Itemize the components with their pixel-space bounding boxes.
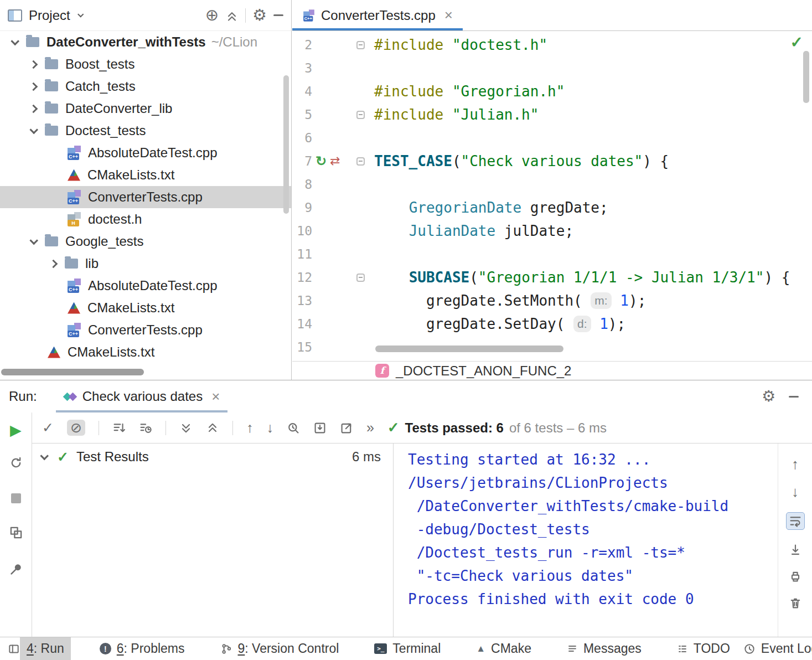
restore-layout-button[interactable] <box>9 525 23 540</box>
chevron-down-icon[interactable] <box>40 451 49 460</box>
close-icon[interactable]: × <box>444 7 453 24</box>
fold-marker-icon[interactable] <box>356 41 365 49</box>
code-line[interactable]: 4 #include "Gregorian.h" <box>292 80 812 103</box>
scroll-to-end-button[interactable] <box>789 543 802 556</box>
code-line[interactable]: 11 <box>292 243 812 266</box>
run-test-gutter-icon[interactable]: ↻ <box>316 153 327 169</box>
rerun-arrows-icon[interactable]: ⇄ <box>330 154 340 168</box>
rerun-button[interactable]: ▶ <box>10 421 22 439</box>
tree-item-root[interactable]: DateConverter_withTests ~/CLion <box>0 31 291 53</box>
inspections-ok-icon[interactable]: ✓ <box>790 33 803 51</box>
code-line[interactable]: 5 #include "Julian.h" <box>292 103 812 126</box>
settings-gear-button[interactable]: ⚙ <box>762 389 775 404</box>
code-line[interactable]: 8 <box>292 173 812 196</box>
chevron-down-icon[interactable] <box>29 236 38 245</box>
clear-all-button[interactable] <box>789 596 802 610</box>
pin-tab-icon[interactable] <box>9 562 23 576</box>
tree-item-absolutedatetest-cpp[interactable]: C++ AbsoluteDateTest.cpp <box>0 142 291 164</box>
export-test-results-button[interactable] <box>340 421 353 435</box>
expand-all-button[interactable] <box>179 421 193 435</box>
code-line[interactable]: 6 <box>292 126 812 149</box>
project-horizontal-scrollbar[interactable] <box>1 369 144 375</box>
show-ignored-button[interactable]: ⊘ <box>67 420 85 436</box>
run-config-tab[interactable]: Check various dates × <box>56 380 228 412</box>
tree-item-dateconverter-lib[interactable]: DateConverter_lib <box>0 97 291 120</box>
statusbar-messages-tab[interactable]: Messages <box>560 637 648 660</box>
fold-marker-icon[interactable] <box>356 111 365 119</box>
test-results-root-row[interactable]: ✓ Test Results 6 ms <box>32 444 393 470</box>
code-line[interactable]: 10 JulianDate julDate; <box>292 219 812 243</box>
line-number: 3 <box>292 56 312 80</box>
tree-item-google-tests[interactable]: Google_tests <box>0 230 291 252</box>
tree-item-boost-tests[interactable]: Boost_tests <box>0 53 291 75</box>
tree-item-google-cmakelists[interactable]: CMakeLists.txt <box>0 297 291 319</box>
chevron-down-icon[interactable] <box>11 37 19 45</box>
tree-item-catch-tests[interactable]: Catch_tests <box>0 75 291 97</box>
stop-button[interactable] <box>11 493 21 503</box>
editor-vertical-scrollbar[interactable] <box>803 51 809 103</box>
collapse-all-button[interactable] <box>225 9 239 22</box>
project-path-hint: ~/CLion <box>211 34 257 50</box>
statusbar-todo-tab[interactable]: TODO <box>670 637 737 660</box>
chevron-right-icon[interactable] <box>29 82 38 91</box>
project-vertical-scrollbar[interactable] <box>283 75 289 214</box>
tree-item-cmakelists[interactable]: CMakeLists.txt <box>0 164 291 186</box>
chevron-right-icon[interactable] <box>29 104 38 113</box>
close-icon[interactable]: × <box>211 388 220 405</box>
soft-wrap-button[interactable] <box>786 512 805 530</box>
settings-gear-button[interactable]: ⚙ <box>252 7 267 23</box>
hide-panel-button[interactable] <box>789 396 799 398</box>
previous-occurrence-button[interactable]: ↑ <box>246 421 254 435</box>
sort-alphabetically-button[interactable] <box>112 421 126 435</box>
statusbar-run-tab[interactable]: 4: Run <box>20 637 71 660</box>
fold-marker-icon[interactable] <box>356 274 365 282</box>
down-stacktrace-button[interactable]: ↓ <box>792 484 799 499</box>
console-line: Testing started at 16:32 ... <box>408 448 778 471</box>
print-button[interactable] <box>789 570 802 583</box>
next-occurrence-button[interactable]: ↓ <box>266 421 273 435</box>
statusbar-cmake-tab[interactable]: ▲ CMake <box>469 637 538 660</box>
code-area[interactable]: 2 #include "doctest.h" 3 4 #include "Gre… <box>292 31 812 361</box>
tree-item-google-convertertests-cpp[interactable]: C++ ConverterTests.cpp <box>0 319 291 341</box>
tree-item-label: Boost_tests <box>65 56 135 72</box>
tree-item-lib[interactable]: lib <box>0 252 291 275</box>
chevron-down-icon[interactable] <box>77 11 84 17</box>
tree-item-convertertests-cpp-selected[interactable]: C++ ConverterTests.cpp <box>0 186 291 208</box>
code-line[interactable]: 2 #include "doctest.h" <box>292 33 812 56</box>
project-panel-title[interactable]: Project <box>29 8 70 23</box>
up-stacktrace-button[interactable]: ↑ <box>792 457 799 471</box>
collapse-all-button[interactable] <box>206 421 219 435</box>
statusbar-problems-tab[interactable]: ! 6: Problems <box>93 637 192 660</box>
code-line[interactable]: 9 GregorianDate gregDate; <box>292 196 812 219</box>
chevron-right-icon[interactable] <box>29 60 38 69</box>
rerun-failed-tests-button[interactable] <box>9 456 23 470</box>
ide-window: Project ⊕ ⚙ DateConverter_withTests ~/CL… <box>0 0 812 660</box>
test-console-output[interactable]: Testing started at 16:32 ... /Users/jetb… <box>393 444 778 637</box>
code-line[interactable]: 14 gregDate.SetDay( d: 1); <box>292 312 812 336</box>
locate-file-button[interactable]: ⊕ <box>205 7 219 23</box>
code-line[interactable]: 7 ↻ ⇄ TEST_CASE("Check various dates") { <box>292 149 812 173</box>
chevron-down-icon[interactable] <box>29 125 38 134</box>
editor-tab-convertertests[interactable]: C++ ConverterTests.cpp × <box>292 0 463 30</box>
editor-horizontal-scrollbar[interactable] <box>375 346 563 352</box>
import-test-results-button[interactable] <box>313 421 327 435</box>
code-line[interactable]: 12 SUBCASE("Gregorian 1/1/1 -> Julian 1/… <box>292 266 812 289</box>
statusbar-version-control-tab[interactable]: 9: Version Control <box>214 637 346 660</box>
tree-item-root-cmakelists[interactable]: CMakeLists.txt <box>0 341 291 363</box>
show-passed-button[interactable]: ✓ <box>42 421 54 435</box>
code-line[interactable]: 3 <box>292 56 812 80</box>
tree-item-doctest-tests[interactable]: Doctest_tests <box>0 120 291 142</box>
hide-panel-button[interactable] <box>273 14 283 16</box>
chevron-right-icon[interactable] <box>49 259 58 268</box>
breadcrumb-function-name[interactable]: _DOCTEST_ANON_FUNC_2 <box>396 363 571 379</box>
test-history-button[interactable] <box>287 421 300 435</box>
toolwindow-switcher-icon[interactable] <box>8 643 20 655</box>
statusbar-terminal-tab[interactable]: >_ Terminal <box>368 637 447 660</box>
tree-item-doctest-h[interactable]: H doctest.h <box>0 208 291 230</box>
code-line[interactable]: 13 gregDate.SetMonth( m: 1); <box>292 289 812 312</box>
tree-item-google-absolutedatetest-cpp[interactable]: C++ AbsoluteDateTest.cpp <box>0 275 291 297</box>
fold-marker-icon[interactable] <box>356 157 365 166</box>
sort-by-duration-button[interactable] <box>139 421 152 435</box>
more-actions-button[interactable]: » <box>366 421 374 435</box>
statusbar-event-log[interactable]: Event Log <box>737 637 812 660</box>
